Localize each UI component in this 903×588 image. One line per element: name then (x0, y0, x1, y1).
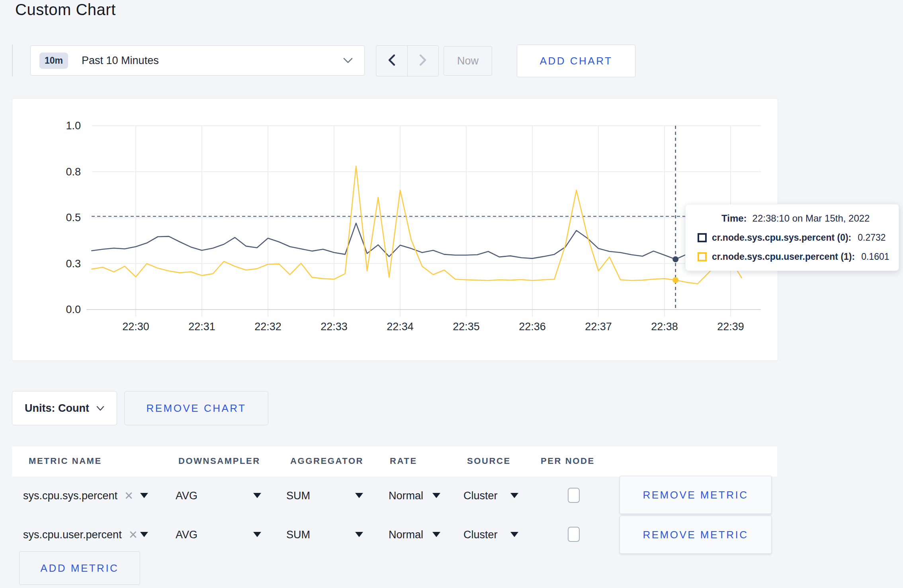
column-header-source: SOURCE (467, 456, 511, 466)
tooltip-time-value: 22:38:10 on Mar 15th, 2022 (752, 213, 870, 224)
svg-text:0.8: 0.8 (66, 166, 81, 178)
page-title: Custom Chart (15, 1, 116, 19)
aggregator-select[interactable]: SUM (286, 516, 310, 554)
aggregator-caret-icon[interactable] (355, 532, 363, 537)
chevron-right-icon (418, 54, 427, 68)
custom-chart-page: Custom Chart 10m Past 10 Minutes Now ADD… (0, 0, 903, 588)
previous-window-button[interactable] (376, 46, 408, 76)
chevron-down-icon (96, 405, 104, 413)
sys-series-swatch-icon (698, 233, 707, 242)
per-node-checkbox[interactable] (568, 488, 580, 503)
add-chart-button[interactable]: ADD CHART (517, 45, 635, 77)
column-header-per-node: PER NODE (541, 456, 595, 466)
now-button[interactable]: Now (444, 46, 492, 76)
clear-metric-icon[interactable]: × (129, 528, 137, 542)
time-window-pager (376, 45, 439, 76)
remove-metric-button[interactable]: REMOVE METRIC (620, 516, 772, 554)
downsampler-select[interactable]: AVG (176, 477, 197, 515)
toolbar-divider (12, 45, 13, 76)
remove-metric-button[interactable]: REMOVE METRIC (620, 476, 772, 514)
svg-text:22:30: 22:30 (122, 321, 149, 333)
tooltip-time: Time:22:38:10 on Mar 15th, 2022 (698, 213, 899, 224)
svg-text:22:38: 22:38 (651, 321, 678, 333)
svg-text:22:31: 22:31 (188, 321, 215, 333)
units-label: Units: Count (25, 402, 89, 415)
svg-text:0.5: 0.5 (66, 212, 81, 224)
column-header-downsampler: DOWNSAMPLER (178, 456, 260, 466)
svg-text:22:33: 22:33 (321, 321, 348, 333)
column-header-rate: RATE (390, 456, 417, 466)
svg-text:1.0: 1.0 (66, 120, 81, 132)
series-line-user-percent (92, 166, 741, 284)
tooltip-time-label: Time: (721, 213, 747, 224)
source-select[interactable]: Cluster (463, 477, 498, 515)
source-caret-icon[interactable] (510, 532, 518, 537)
chevron-left-icon (387, 54, 396, 68)
x-axis-labels: 22:3022:3122:3222:3322:3422:3522:3622:37… (122, 321, 744, 333)
y-gridlines (86, 126, 761, 310)
y-axis-labels: 0.00.30.50.81.0 (66, 120, 81, 315)
svg-text:0.3: 0.3 (66, 258, 81, 270)
clear-metric-icon[interactable]: × (125, 489, 133, 503)
svg-text:22:35: 22:35 (453, 321, 480, 333)
per-node-checkbox[interactable] (568, 527, 580, 542)
rate-select[interactable]: Normal (389, 516, 423, 554)
x-gridlines (136, 126, 731, 317)
column-header-metric-name: METRIC NAME (29, 456, 102, 466)
source-select[interactable]: Cluster (463, 516, 498, 554)
downsampler-caret-icon[interactable] (253, 493, 261, 498)
svg-text:22:37: 22:37 (585, 321, 612, 333)
source-caret-icon[interactable] (510, 493, 518, 498)
metric-name-caret-icon[interactable] (140, 532, 148, 537)
metric-name-caret-icon[interactable] (140, 493, 148, 498)
time-range-label: Past 10 Minutes (82, 55, 159, 67)
metric-name-select[interactable]: sys.cpu.user.percent × (23, 516, 137, 554)
downsampler-caret-icon[interactable] (253, 532, 261, 537)
column-header-aggregator: AGGREGATOR (290, 456, 364, 466)
timeseries-chart[interactable]: 0.00.30.50.81.022:3022:3122:3222:3322:34… (12, 99, 778, 360)
svg-text:22:32: 22:32 (254, 321, 281, 333)
rate-select[interactable]: Normal (389, 477, 423, 515)
aggregator-caret-icon[interactable] (355, 493, 363, 498)
remove-chart-button[interactable]: REMOVE CHART (124, 391, 268, 425)
svg-text:22:39: 22:39 (717, 321, 744, 333)
rate-caret-icon[interactable] (432, 532, 440, 537)
downsampler-select[interactable]: AVG (176, 516, 197, 554)
metric-name-select[interactable]: sys.cpu.sys.percent × (23, 477, 133, 515)
units-dropdown[interactable]: Units: Count (12, 391, 117, 425)
add-metric-button[interactable]: ADD METRIC (19, 551, 140, 585)
svg-text:22:34: 22:34 (387, 321, 414, 333)
metric-name-value: sys.cpu.user.percent (23, 529, 122, 541)
next-window-button[interactable] (408, 46, 439, 76)
user-series-swatch-icon (698, 252, 707, 261)
metrics-table-header: METRIC NAME DOWNSAMPLER AGGREGATOR RATE … (12, 446, 777, 477)
svg-text:22:36: 22:36 (519, 321, 546, 333)
chart-tooltip: Time:22:38:10 on Mar 15th, 2022 cr.node.… (685, 204, 899, 271)
chart-card: 0.00.30.50.81.022:3022:3122:3222:3322:34… (12, 98, 778, 361)
metric-name-value: sys.cpu.sys.percent (23, 490, 117, 502)
chevron-down-icon (343, 57, 353, 65)
svg-text:0.0: 0.0 (66, 304, 81, 315)
tooltip-series-label: cr.node.sys.cpu.sys.percent (0): (712, 232, 851, 243)
time-range-dropdown[interactable]: 10m Past 10 Minutes (30, 45, 365, 76)
time-range-badge: 10m (39, 53, 68, 69)
tooltip-series-label: cr.node.sys.cpu.user.percent (1): (712, 251, 855, 262)
tooltip-series-value: 0.2732 (858, 232, 885, 243)
aggregator-select[interactable]: SUM (286, 477, 310, 515)
tooltip-series-value: 0.1601 (861, 251, 889, 262)
tooltip-series-row: cr.node.sys.cpu.user.percent (1): 0.1601 (698, 251, 899, 262)
rate-caret-icon[interactable] (432, 493, 440, 498)
tooltip-series-row: cr.node.sys.cpu.sys.percent (0): 0.2732 (698, 232, 899, 243)
